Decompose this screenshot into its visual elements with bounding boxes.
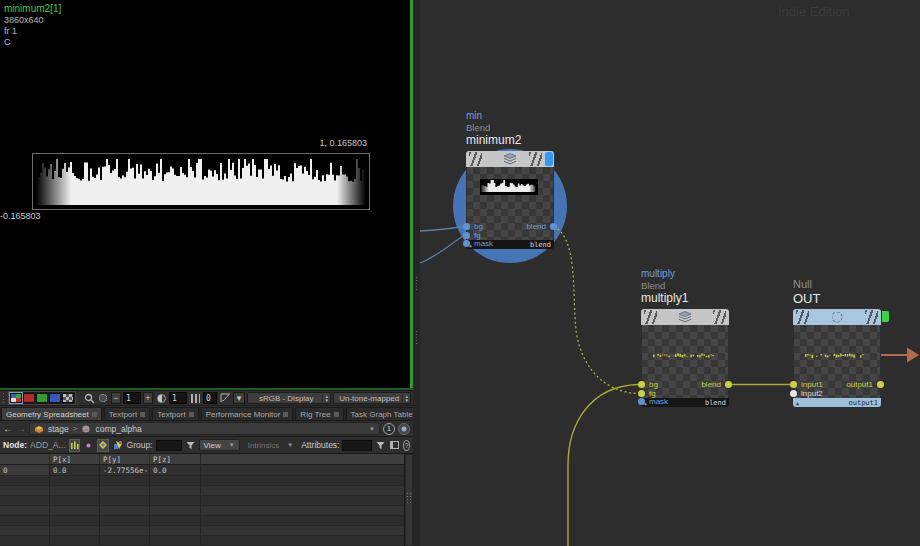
blue-channel-icon[interactable] <box>49 393 61 403</box>
help-icon[interactable]: ? <box>403 440 410 451</box>
forward-arrow-icon[interactable]: → <box>16 424 26 434</box>
node-value[interactable]: ADD_A... <box>30 440 65 450</box>
input-port-input2[interactable] <box>790 390 797 397</box>
column-header[interactable] <box>0 454 50 465</box>
red-channel-icon[interactable] <box>23 393 35 403</box>
filter-funnel-icon[interactable] <box>185 439 196 452</box>
gamma-plus-button[interactable]: + <box>143 392 153 404</box>
node-header[interactable] <box>641 309 729 325</box>
tab-textport-1[interactable]: Textport <box>104 407 150 420</box>
details-icon[interactable] <box>112 439 124 452</box>
divider-grip[interactable] <box>415 276 418 292</box>
tab-performance-monitor[interactable]: Performance Monitor <box>201 407 294 420</box>
column-header-px[interactable]: P[x] <box>50 454 100 465</box>
breadcrumb-dropdown-icon[interactable]: ▼ <box>369 426 375 432</box>
table-row[interactable]: 0 0.0 -2.77556e-1 0.0 <box>0 465 413 476</box>
points-icon[interactable] <box>69 439 80 452</box>
image-viewport[interactable]: minimum2[1] 3860x640 fr 1 C 1, 0.165803 … <box>0 0 413 390</box>
node-name-label[interactable]: multiply1 <box>641 291 688 306</box>
lut-dropdown-arrow-icon[interactable]: ▾ <box>233 392 245 404</box>
rgb-channel-icon[interactable] <box>10 393 22 403</box>
view-combo[interactable]: View ▼ <box>199 439 240 451</box>
spinner-arrows-icon[interactable]: ▴▾ <box>402 394 408 402</box>
footer-output-label: blend <box>705 399 726 407</box>
node-multiply1[interactable]: ▲ blend bg fg mask blend <box>641 309 729 407</box>
display-flag-blue[interactable] <box>545 152 553 166</box>
column-header-py[interactable]: P[y] <box>100 454 150 465</box>
houdini-window: minimum2[1] 3860x640 fr 1 C 1, 0.165803 … <box>0 0 920 546</box>
vertices-icon[interactable] <box>83 439 94 452</box>
filter-funnel-icon[interactable] <box>375 439 386 452</box>
back-arrow-icon[interactable]: ← <box>3 424 13 434</box>
toolbar-grip[interactable] <box>2 392 6 404</box>
input-port-input1[interactable] <box>790 381 797 388</box>
wire-minimum2-to-multiply1[interactable] <box>554 226 638 394</box>
link-badge[interactable]: 1 <box>383 423 395 435</box>
breadcrumb-node[interactable]: comp_alpha <box>95 424 141 434</box>
input-port-mask[interactable] <box>638 398 645 405</box>
inspect-icon[interactable] <box>83 392 95 404</box>
wire-input-fg[interactable] <box>420 236 463 263</box>
input-port-mask[interactable] <box>463 240 470 247</box>
input-port-bg[interactable] <box>638 381 645 388</box>
lut-icon[interactable] <box>219 392 231 404</box>
input-port-fg[interactable] <box>638 390 645 397</box>
wire-bottom-to-multiply1[interactable] <box>568 385 638 546</box>
node-header[interactable] <box>466 151 554 167</box>
tab-close-icon[interactable] <box>334 412 339 417</box>
tonemap-combo[interactable]: Un-tone-mapped ▴▾ <box>333 392 411 404</box>
output-port-blend[interactable] <box>725 381 732 388</box>
offset-field[interactable] <box>203 392 217 404</box>
attributes-input[interactable] <box>342 440 372 451</box>
tab-close-icon[interactable] <box>140 412 145 417</box>
node-minimum2[interactable]: ▲ blend bg fg mask blend <box>466 151 554 249</box>
green-channel-icon[interactable] <box>36 393 48 403</box>
tab-close-icon[interactable] <box>189 412 194 417</box>
tab-task-graph-table[interactable]: Task Graph Table <box>346 407 413 420</box>
levels-icon[interactable] <box>189 392 201 404</box>
tab-textport-2[interactable]: Textport <box>152 407 198 420</box>
histogram-display <box>32 153 370 210</box>
node-name-label[interactable]: minimum2 <box>466 133 521 148</box>
alpha-channel-icon[interactable] <box>62 393 74 403</box>
breadcrumb-root[interactable]: stage <box>48 424 69 434</box>
breadcrumb[interactable]: stage > comp_alpha ▼ <box>29 422 380 435</box>
column-header-pz[interactable]: P[z] <box>150 454 201 465</box>
contrast-field[interactable] <box>169 392 187 404</box>
contrast-icon[interactable] <box>155 392 167 404</box>
pz-cell: 0.0 <box>150 465 201 476</box>
footer-expand-icon[interactable]: ▲ <box>796 400 799 406</box>
path-bar: ← → stage > comp_alpha ▼ 1 <box>0 421 413 437</box>
output-port-output1[interactable] <box>877 381 884 388</box>
node-multiply1-labels: multiply Blend multiply1 <box>641 268 688 306</box>
gamma-minus-button[interactable]: − <box>111 392 121 404</box>
network-editor[interactable]: Indie Edition min Blend minimum2 <box>420 0 920 546</box>
output-port-blend[interactable] <box>550 223 557 230</box>
tab-geometry-spreadsheet[interactable]: Geometry Spreadsheet <box>1 407 102 420</box>
node-name-label[interactable]: OUT <box>793 291 820 306</box>
render-flag-green[interactable] <box>882 311 889 322</box>
node-out[interactable]: ▲ output1 input1 input2 output1 <box>793 309 881 407</box>
options-icon[interactable] <box>389 439 400 452</box>
vertical-scrollbar[interactable] <box>404 454 413 546</box>
pane-divider[interactable] <box>413 0 420 546</box>
intrinsics-combo[interactable]: Intrinsics ▼ <box>243 439 299 451</box>
spinner-arrows-icon[interactable]: ▴▾ <box>322 394 328 402</box>
pin-icon[interactable] <box>398 423 410 435</box>
colorspace-combo[interactable]: sRGB - Display ▴▾ <box>247 392 331 404</box>
node-header[interactable] <box>793 309 881 325</box>
input-port-bg[interactable] <box>463 223 470 230</box>
tab-close-icon[interactable] <box>92 412 97 417</box>
pane-tab-bar: Geometry Spreadsheet Textport Textport P… <box>0 407 413 421</box>
primitives-icon[interactable] <box>97 439 109 452</box>
node-footer[interactable]: ▲ output1 <box>793 398 881 407</box>
tab-close-icon[interactable] <box>283 412 288 417</box>
header-stripes <box>713 310 726 324</box>
wire-input-bg[interactable] <box>420 227 463 232</box>
gamma-field[interactable] <box>123 392 141 404</box>
tab-rig-tree[interactable]: Rig Tree <box>295 407 343 420</box>
input-port-fg[interactable] <box>463 232 470 239</box>
group-input[interactable] <box>156 440 182 451</box>
divider-grip[interactable] <box>415 330 418 346</box>
exposure-icon[interactable] <box>97 392 109 404</box>
